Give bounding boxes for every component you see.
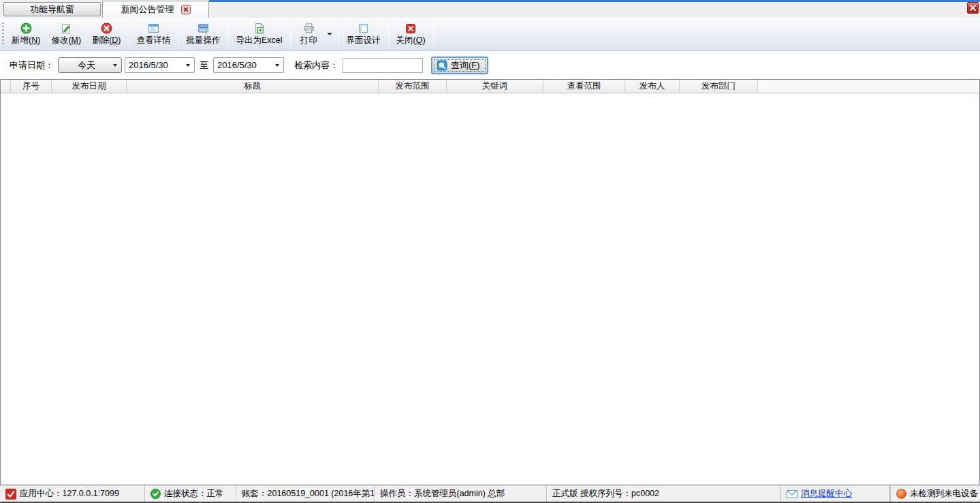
date-to-label: 至: [200, 59, 208, 72]
button-label: 新增(N): [12, 35, 40, 46]
column-header-view-range[interactable]: 查看范围: [543, 80, 625, 93]
tab-label: 新闻公告管理: [121, 3, 174, 16]
status-call-device: 未检测到来电设备: [890, 486, 980, 502]
announcement-table: 序号 发布日期 标题 发布范围 关键词 查看范围 发布人 发布部门: [0, 79, 980, 485]
print-dropdown-arrow[interactable]: [326, 19, 336, 48]
status-text: 应用中心：127.0.0.1:7099: [20, 488, 119, 500]
app-window: { "tabbar": { "nav_tab": "功能导航窗", "activ…: [0, 0, 980, 503]
column-header-publish-range[interactable]: 发布范围: [379, 80, 447, 93]
column-header-title[interactable]: 标题: [127, 80, 379, 93]
edit-button[interactable]: 修改(M): [46, 19, 86, 48]
search-icon: [437, 60, 447, 71]
add-button[interactable]: 新增(N): [6, 19, 46, 48]
column-header-publish-dept[interactable]: 发布部门: [680, 80, 758, 93]
toolbar-separator: [388, 21, 389, 46]
add-icon: [20, 22, 32, 34]
status-license: 正式版 授权序列号：pc0002: [547, 486, 780, 502]
date-filter-label: 申请日期：: [10, 59, 54, 72]
status-connection: 连接状态：正常: [145, 486, 236, 502]
chevron-down-icon: [186, 64, 190, 67]
button-label: 界面设计: [347, 35, 381, 46]
mail-icon: [787, 490, 797, 498]
close-icon: [405, 22, 416, 34]
toolbar-separator: [228, 21, 229, 46]
tab-label: 功能导航窗: [30, 3, 74, 16]
query-button-label: 查询(F): [451, 59, 480, 72]
view-details-icon: [148, 22, 159, 34]
tab-bar: 功能导航窗 新闻公告管理: [0, 0, 980, 18]
button-label: 修改(M): [51, 35, 81, 46]
tab-close-icon[interactable]: [181, 5, 191, 14]
status-bar: 应用中心：127.0.0.1:7099 连接状态：正常 账套：20160519_…: [0, 485, 980, 503]
device-alert-icon: [896, 489, 906, 499]
status-text: 账套：20160519_0001 (2016年第1期): [242, 488, 375, 500]
status-app-center: 应用中心：127.0.0.1:7099: [0, 486, 145, 502]
status-operator: 操作员：系统管理员(admin) 总部: [375, 486, 547, 502]
toolbar-separator: [433, 21, 434, 46]
filter-bar: 申请日期： 今天 2016/5/30 至 2016/5/30 检索内容： 查询(…: [0, 51, 980, 79]
tab-bar-filler: [209, 0, 980, 18]
date-preset-value: 今天: [78, 59, 95, 72]
window-close-icon[interactable]: [967, 2, 979, 14]
chevron-down-icon: [113, 64, 117, 67]
close-button[interactable]: 关闭(Q): [391, 19, 431, 48]
tab-news-announcement-management[interactable]: 新闻公告管理: [102, 1, 209, 18]
column-header-publisher[interactable]: 发布人: [625, 80, 680, 93]
toolbar-separator: [129, 21, 129, 46]
tab-function-navigation[interactable]: 功能导航窗: [3, 2, 101, 16]
delete-button[interactable]: 删除(D): [86, 19, 126, 48]
batch-operation-icon: [197, 22, 209, 34]
toolbar-separator: [338, 21, 339, 46]
button-label: 导出为Excel: [236, 35, 283, 46]
toolbar: 新增(N) 修改(M) 删除(D) 查: [0, 18, 980, 51]
status-text: 连接状态：正常: [164, 488, 224, 500]
ui-design-icon: [358, 22, 369, 34]
export-excel-button[interactable]: 导出为Excel: [231, 19, 288, 48]
date-to-value: 2016/5/30: [217, 60, 257, 70]
button-label: 删除(D): [92, 35, 121, 46]
date-preset-dropdown[interactable]: 今天: [58, 57, 122, 73]
connection-ok-icon: [151, 489, 161, 499]
query-button[interactable]: 查询(F): [431, 57, 488, 74]
status-text: 正式版 授权序列号：pc0002: [552, 488, 659, 500]
delete-icon: [101, 22, 112, 34]
status-text: 操作员：系统管理员(admin) 总部: [380, 488, 505, 500]
status-text: 未检测到来电设备: [910, 488, 978, 500]
view-details-button[interactable]: 查看详情: [131, 19, 176, 48]
chevron-down-icon: [327, 33, 332, 35]
button-label: 打印: [300, 35, 317, 46]
row-indicator-header: [1, 80, 11, 93]
status-account-set: 账套：20160519_0001 (2016年第1期): [236, 486, 375, 502]
toolbar-separator: [290, 21, 291, 46]
message-center-link[interactable]: 消息提醒中心: [801, 488, 852, 500]
table-header-row: 序号 发布日期 标题 发布范围 关键词 查看范围 发布人 发布部门: [1, 80, 979, 93]
status-message-center: 消息提醒中心: [780, 486, 890, 502]
date-from-picker[interactable]: 2016/5/30: [125, 57, 195, 73]
edit-icon: [61, 22, 72, 34]
button-label: 批量操作: [187, 35, 221, 46]
toolbar-separator: [178, 21, 179, 46]
app-logo-icon: [5, 489, 16, 500]
column-header-keywords[interactable]: 关键词: [447, 80, 543, 93]
table-body-empty: [1, 93, 979, 485]
toolbar-grip-handle[interactable]: [2, 22, 4, 45]
button-label: 关闭(Q): [396, 35, 426, 46]
export-excel-icon: [253, 22, 265, 34]
chevron-down-icon: [275, 64, 279, 67]
print-icon: [303, 22, 315, 34]
date-to-picker[interactable]: 2016/5/30: [213, 57, 284, 73]
header-filler: [758, 80, 979, 93]
ui-design-button[interactable]: 界面设计: [341, 19, 386, 48]
search-input[interactable]: [343, 58, 423, 73]
print-split-button: 打印: [293, 19, 336, 48]
column-header-seq[interactable]: 序号: [11, 80, 52, 93]
column-header-publish-date[interactable]: 发布日期: [52, 80, 127, 93]
search-content-label: 检索内容：: [294, 59, 338, 72]
batch-operation-button[interactable]: 批量操作: [181, 19, 226, 48]
date-from-value: 2016/5/30: [129, 60, 168, 70]
print-button[interactable]: 打印: [293, 19, 326, 48]
button-label: 查看详情: [137, 35, 171, 46]
